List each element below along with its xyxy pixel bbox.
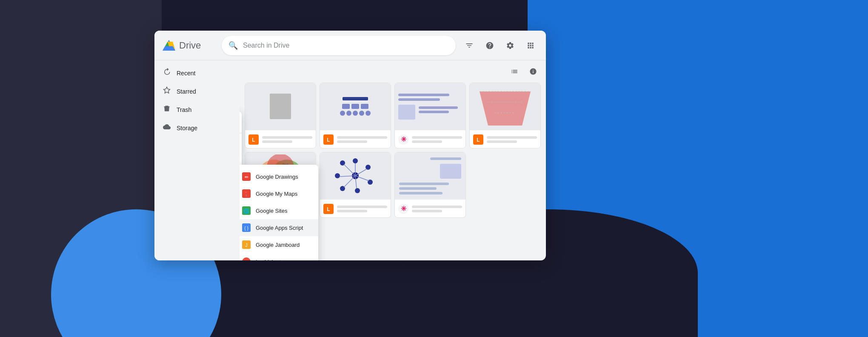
file-card-7[interactable]: ✳	[394, 152, 466, 218]
card-line-short	[337, 210, 367, 212]
settings-icon	[506, 41, 514, 50]
svg-text:✳: ✳	[401, 136, 407, 143]
doc-lines-thumb	[395, 90, 465, 123]
lucidchart-app-icon-3: L	[473, 134, 483, 145]
svg-marker-4	[164, 87, 170, 93]
blank-thumb	[270, 94, 291, 119]
help-icon-btn[interactable]	[481, 37, 498, 54]
app-title: Drive	[179, 40, 201, 51]
sidebar-item-trash[interactable]: Trash	[154, 100, 236, 119]
card-line-short	[412, 210, 442, 212]
svg-line-42	[344, 164, 355, 176]
simple-line	[399, 187, 437, 190]
apps-icon-btn[interactable]	[522, 37, 539, 54]
org-box	[342, 104, 350, 109]
card-footer-3: ✳	[395, 130, 465, 149]
google-jamboard-item[interactable]: J Google Jamboard	[240, 236, 318, 253]
sidebar-item-starred[interactable]: Starred	[154, 82, 236, 100]
svg-marker-12	[480, 91, 531, 126]
google-my-maps-item[interactable]: 📍 Google My Maps	[240, 185, 318, 202]
file-card-3[interactable]: ✳	[394, 83, 466, 149]
card-footer-7: ✳	[395, 199, 465, 218]
org-circles	[340, 111, 371, 116]
simple-block	[440, 164, 461, 179]
network-thumb	[330, 154, 381, 197]
lucidchart-item[interactable]: ◎ Lucidchart	[240, 253, 318, 260]
settings-icon-btn[interactable]	[502, 37, 519, 54]
card-line-short	[337, 140, 367, 143]
org-top-bar	[343, 97, 368, 100]
file-upload-item[interactable]: File upload	[240, 135, 242, 151]
simple-line	[399, 192, 443, 194]
menu-divider-1	[240, 133, 242, 133]
toolbar-row	[245, 64, 541, 79]
new-folder-item[interactable]: New folder	[240, 115, 242, 131]
card-lines-2	[337, 136, 387, 143]
svg-text:L: L	[327, 137, 330, 143]
card-line	[412, 206, 462, 208]
file-card-2[interactable]: L	[320, 83, 391, 149]
simple-line	[399, 183, 449, 185]
storage-label: Storage	[177, 125, 197, 131]
logo-area: Drive	[161, 38, 217, 53]
svg-text:◎: ◎	[244, 260, 248, 260]
card-line	[337, 206, 387, 208]
svg-text:✳: ✳	[401, 205, 407, 212]
org-row-1	[342, 104, 368, 109]
help-icon	[485, 41, 494, 50]
sidebar-item-storage[interactable]: Storage	[154, 119, 236, 137]
svg-text:📍: 📍	[243, 191, 249, 197]
org-box	[351, 104, 359, 109]
card-preview-4	[470, 83, 540, 130]
list-view-btn[interactable]	[507, 64, 522, 79]
drive-logo-icon	[161, 38, 177, 53]
lucidchart-label: Lucidchart	[256, 259, 281, 261]
svg-text:L: L	[252, 137, 255, 143]
card-lines	[262, 136, 312, 143]
doc-line	[398, 94, 449, 96]
file-card-1[interactable]: L	[245, 83, 316, 149]
card-line-short	[487, 140, 517, 143]
card-line-short	[412, 140, 442, 143]
svg-text:L: L	[327, 206, 330, 212]
recent-icon	[163, 68, 171, 78]
card-lines-6	[337, 206, 387, 212]
card-footer-4: L	[470, 130, 540, 149]
search-icon: 🔍	[228, 41, 238, 50]
org-circle	[353, 111, 358, 116]
filter-icon	[465, 41, 474, 50]
apps-script-item[interactable]: { } Google Apps Script	[240, 219, 318, 236]
starred-label: Starred	[177, 88, 196, 95]
info-btn[interactable]	[525, 64, 541, 79]
asterisk-app-icon: ✳	[398, 134, 408, 145]
lucidchart-app-icon: L	[248, 134, 259, 145]
header: Drive 🔍 Search in Drive	[154, 31, 546, 60]
svg-text:L: L	[477, 137, 480, 143]
my-maps-icon: 📍	[242, 189, 251, 198]
card-lines-3	[412, 136, 462, 143]
file-card-4[interactable]: L	[469, 83, 541, 149]
lucidchart-app-icon-2: L	[323, 134, 334, 145]
my-maps-label: Google My Maps	[256, 191, 297, 197]
org-circle	[359, 111, 364, 116]
star-icon	[163, 86, 171, 96]
asterisk-app-icon-2: ✳	[398, 204, 408, 214]
secondary-dropdown: ✏ Google Drawings 📍 Google My Maps 🌐	[240, 165, 318, 260]
card-footer-1: L	[245, 130, 316, 149]
filter-icon-btn[interactable]	[461, 37, 478, 54]
funnel-thumb	[475, 87, 535, 126]
file-card-6[interactable]: L	[320, 152, 391, 218]
storage-icon	[163, 123, 171, 133]
sidebar-item-recent[interactable]: Recent	[154, 64, 236, 82]
org-circle	[340, 111, 345, 116]
card-preview-6	[320, 152, 391, 199]
search-bar[interactable]: 🔍 Search in Drive	[222, 36, 456, 55]
apps-script-icon: { }	[242, 223, 251, 232]
google-sites-item[interactable]: 🌐 Google Sites	[240, 202, 318, 219]
svg-line-40	[344, 176, 355, 187]
org-box	[361, 104, 368, 109]
body: Recent Starred Trash Storage	[154, 60, 546, 260]
svg-text:J: J	[245, 243, 248, 248]
google-drawings-item[interactable]: ✏ Google Drawings	[240, 168, 318, 185]
header-icons	[461, 37, 539, 54]
